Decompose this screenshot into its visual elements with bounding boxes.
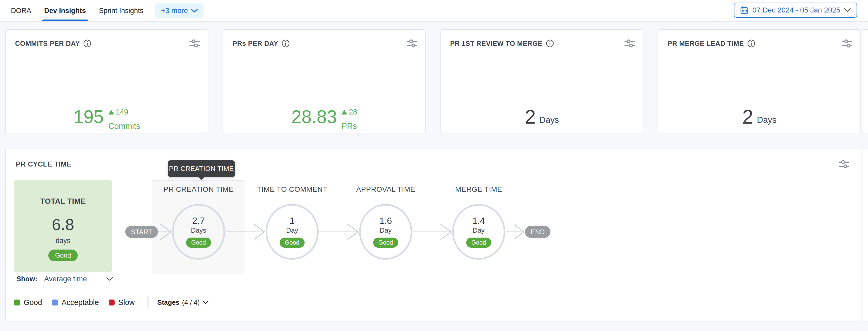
metric-value: 2 — [742, 108, 753, 126]
metric-delta: 28 — [349, 108, 357, 116]
info-icon[interactable] — [747, 39, 756, 48]
card-title: PRs PER DAY — [232, 39, 278, 48]
stage-unit: Day — [473, 226, 485, 235]
card-settings-icon[interactable] — [624, 38, 635, 48]
delta-up-icon — [108, 110, 114, 114]
stage-node-time-to-comment[interactable]: 1 Day Good — [266, 204, 319, 260]
stage-unit: Days — [191, 226, 206, 235]
metric-value-group: 195 149 Commits — [73, 108, 140, 130]
more-tabs-dropdown[interactable]: +3 more — [155, 3, 204, 18]
metric-value: 28.83 — [291, 108, 337, 126]
stage-unit: Day — [380, 226, 392, 235]
stage-unit: Day — [286, 226, 298, 235]
tab-sprint-insights[interactable]: Sprint Insights — [98, 0, 145, 21]
dashboard-tabs: DORA Dev Insights Sprint Insights +3 mor… — [0, 0, 204, 21]
top-navigation-bar: DORA Dev Insights Sprint Insights +3 mor… — [0, 0, 868, 22]
chevron-down-icon — [203, 301, 209, 304]
metric-card-pr-merge-lead-time: PR MERGE LEAD TIME 2 Days — [658, 29, 861, 133]
more-tabs-label: +3 more — [161, 6, 188, 15]
metric-delta: 149 — [116, 108, 128, 116]
chevron-down-icon — [844, 8, 851, 12]
stages-filter-dropdown[interactable]: Stages (4 / 4) — [157, 299, 209, 307]
stage-node-approval-time[interactable]: 1.6 Day Good — [359, 204, 412, 260]
start-pill: START — [125, 226, 158, 238]
stage-value: 2.7 — [192, 216, 205, 226]
tab-dev-insights[interactable]: Dev Insights — [43, 0, 87, 21]
card-title: PR MERGE LEAD TIME — [668, 39, 744, 48]
status-badge: Good — [186, 238, 211, 248]
legend-swatch-good — [14, 300, 20, 305]
stage-value: 1.4 — [472, 216, 485, 226]
tooltip-arrow — [198, 177, 205, 180]
legend-divider — [148, 296, 148, 308]
legend-item-acceptable: Acceptable — [52, 298, 99, 307]
info-icon[interactable] — [546, 39, 554, 48]
stage-title-merge-time: MERGE TIME — [455, 185, 502, 194]
stage-title-time-to-comment: TIME TO COMMENT — [257, 185, 328, 194]
card-settings-icon[interactable] — [407, 38, 417, 48]
stage-title-approval-time: APPROVAL TIME — [356, 185, 415, 194]
chevron-down-icon — [191, 9, 198, 13]
start-label: START — [131, 228, 152, 236]
stage-value: 1 — [289, 216, 294, 226]
stages-filter-count: (4 / 4) — [182, 299, 200, 307]
pr-cycle-time-panel: PR CYCLE TIME TOTAL TIME 6.8 days Good S… — [5, 148, 861, 321]
calendar-icon — [740, 6, 748, 14]
info-icon[interactable] — [83, 39, 92, 48]
stage-tooltip-label: PR CREATION TIME — [169, 165, 234, 173]
info-icon[interactable] — [281, 39, 290, 48]
stage-value: 1.6 — [379, 216, 392, 226]
metric-card-prs-per-day: PRs PER DAY 28.83 28 PRs — [223, 29, 426, 133]
tab-dora-label: DORA — [11, 7, 31, 15]
card-settings-icon[interactable] — [842, 38, 852, 48]
legend: Good Acceptable Slow Stages (4 / 4) — [14, 296, 209, 309]
legend-label: Good — [24, 298, 42, 307]
card-settings-icon[interactable] — [189, 38, 200, 48]
status-badge: Good — [466, 238, 491, 248]
partial-next-panel — [862, 148, 868, 321]
metric-cards-row: COMMITS PER DAY 195 149 Commits — [5, 29, 861, 133]
end-pill: END — [525, 226, 551, 238]
date-range-label: 07 Dec 2024 - 05 Jan 2025 — [752, 6, 840, 14]
status-badge: Good — [280, 238, 305, 248]
metric-unit: PRs — [341, 122, 357, 130]
metric-value-group: 2 Days — [742, 108, 776, 126]
tab-sprint-insights-label: Sprint Insights — [99, 7, 144, 15]
tab-dora[interactable]: DORA — [10, 0, 32, 21]
metric-unit: Days — [539, 115, 559, 125]
metric-card-pr-first-review-to-merge: PR 1ST REVIEW TO MERGE 2 Days — [440, 29, 643, 133]
metric-unit: Days — [757, 115, 777, 125]
card-title: COMMITS PER DAY — [15, 39, 80, 48]
metric-value: 2 — [525, 108, 536, 126]
metric-unit: Commits — [108, 122, 140, 130]
end-label: END — [531, 228, 545, 236]
stage-tooltip: PR CREATION TIME — [168, 160, 235, 177]
partial-next-card — [862, 29, 868, 133]
stage-node-pr-creation-time[interactable]: 2.7 Days Good — [172, 204, 225, 260]
stages-filter-label: Stages — [157, 299, 179, 307]
stage-title-pr-creation-time: PR CREATION TIME — [163, 185, 234, 194]
status-badge: Good — [373, 238, 398, 248]
stage-node-merge-time[interactable]: 1.4 Day Good — [452, 204, 505, 260]
metric-value-group: 2 Days — [525, 108, 559, 126]
legend-label: Slow — [118, 298, 135, 307]
legend-swatch-acceptable — [52, 300, 58, 305]
tab-dev-insights-label: Dev Insights — [44, 7, 86, 15]
date-range-picker[interactable]: 07 Dec 2024 - 05 Jan 2025 — [734, 3, 857, 18]
delta-up-icon — [341, 110, 347, 114]
metric-card-commits-per-day: COMMITS PER DAY 195 149 Commits — [5, 29, 208, 133]
legend-item-slow: Slow — [108, 298, 135, 307]
legend-swatch-slow — [108, 300, 115, 305]
metric-value: 195 — [73, 108, 104, 126]
legend-label: Acceptable — [62, 298, 99, 307]
legend-item-good: Good — [14, 298, 42, 307]
metric-value-group: 28.83 28 PRs — [291, 108, 357, 130]
card-title: PR 1ST REVIEW TO MERGE — [450, 39, 542, 48]
